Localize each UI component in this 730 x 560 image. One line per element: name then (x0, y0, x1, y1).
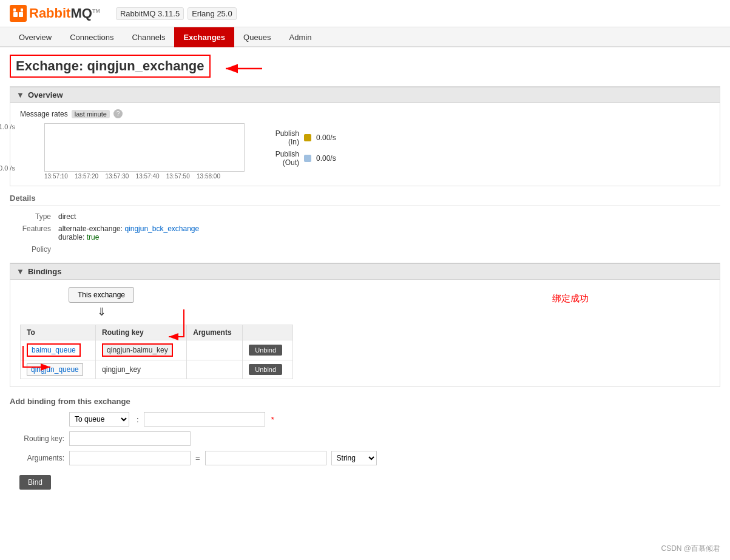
alt-exchange-link[interactable]: qingjun_bck_exchange (124, 224, 199, 233)
rabbitmq-version-badge: RabbitMQ 3.11.5 (116, 7, 184, 20)
arguments-value-input[interactable] (205, 451, 326, 465)
queue-link-qingjun[interactable]: qingjun_queue (27, 363, 83, 376)
bindings-table-body: baimu_queue qingjun-baimu_key Unbind (21, 340, 293, 379)
binding-arguments-0 (187, 340, 243, 360)
bindings-annotation-row: This exchange ⇓ 绑定成功 (20, 287, 710, 319)
features-value: alternate-exchange: qingjun_bck_exchange… (58, 223, 720, 243)
binding-routing-key-1: qingjun_key (96, 360, 187, 379)
binding-action-0: Unbind (243, 340, 293, 360)
to-queue-input[interactable] (144, 412, 265, 427)
details-section: Details Type direct Features alternate-e… (10, 194, 720, 255)
chart-x-2: 13:57:30 (105, 173, 129, 180)
nav-exchanges[interactable]: Exchanges (174, 27, 234, 47)
annotation-success: 绑定成功 (552, 293, 589, 305)
required-star: * (271, 415, 274, 424)
binding-arguments-1 (187, 360, 243, 379)
chart-wrapper: 1.0 /s 0.0 /s 13:57:10 13:57:20 13:57:30… (20, 123, 245, 180)
this-exchange-box: This exchange ⇓ (69, 287, 134, 319)
form-row-arguments: Arguments: = String Number Boolean (10, 451, 720, 465)
details-header: Details (10, 194, 720, 206)
chart-y-max: 1.0 /s (0, 123, 15, 130)
publish-in-value: 0.00/s (316, 133, 336, 142)
routing-key-highlight-0: qingjun-baimu_key (102, 343, 173, 357)
bindings-table-head: To Routing key Arguments (21, 325, 293, 340)
features-row: Features alternate-exchange: qingjun_bck… (10, 223, 720, 243)
bindings-table: To Routing key Arguments baimu_queue (20, 325, 293, 379)
exchange-title: Exchange: qingjun_exchange (10, 55, 211, 78)
double-arrow-down: ⇓ (97, 305, 106, 319)
chart-container: 1.0 /s 0.0 /s 13:57:10 13:57:20 13:57:30… (20, 123, 710, 180)
publish-out-value: 0.00/s (316, 154, 336, 163)
nav-connections[interactable]: Connections (61, 27, 123, 47)
type-label: Type (10, 211, 58, 223)
policy-row: Policy (10, 243, 720, 255)
publish-in-row: Publish(In) 0.00/s (257, 129, 336, 146)
page-content: Exchange: qingjun_exchange ▼ Overview Me… (0, 47, 730, 497)
overview-section-header[interactable]: ▼ Overview (10, 87, 720, 103)
arguments-type-select[interactable]: String Number Boolean (331, 451, 377, 465)
overview-content: Message rates last minute ? 1.0 /s 0.0 /… (10, 103, 720, 186)
nav-overview[interactable]: Overview (10, 27, 61, 47)
arguments-key-input[interactable] (69, 451, 191, 465)
bindings-triangle: ▼ (16, 267, 24, 276)
svg-rect-3 (21, 8, 23, 12)
type-row: Type direct (10, 211, 720, 223)
overview-label: Overview (28, 90, 63, 100)
unbind-button-1[interactable]: Unbind (249, 364, 282, 375)
routing-key-label: Routing key: (10, 434, 64, 443)
chart-x-5: 13:58:00 (197, 173, 220, 180)
bindings-table-header-row: To Routing key Arguments (21, 325, 293, 340)
col-routing-key: Routing key (96, 325, 187, 340)
logo-icon (10, 5, 27, 22)
help-icon[interactable]: ? (113, 109, 123, 118)
nav-admin[interactable]: Admin (280, 27, 321, 47)
durable-value[interactable]: true (87, 233, 100, 241)
chart-x-labels: 13:57:10 13:57:20 13:57:30 13:57:40 13:5… (20, 173, 220, 180)
bindings-section-header[interactable]: ▼ Bindings (10, 263, 720, 280)
col-arguments: Arguments (187, 325, 243, 340)
chart-x-1: 13:57:20 (75, 173, 98, 180)
bindings-section: ▼ Bindings This exchange ⇓ 绑定成功 (10, 263, 720, 387)
routing-key-input[interactable] (69, 431, 191, 446)
chart-y-wrapper: 1.0 /s 0.0 /s (20, 123, 245, 172)
publish-stats: Publish(In) 0.00/s Publish(Out) 0.00/s (257, 129, 336, 167)
chart-x-3: 13:57:40 (136, 173, 160, 180)
nav-queues[interactable]: Queues (234, 27, 280, 47)
rabbitmq-logo-svg (12, 7, 24, 19)
svg-rect-0 (13, 12, 18, 17)
form-row-routing-key: Routing key: (10, 431, 720, 446)
logo-tm: TM (92, 8, 100, 14)
table-row: baimu_queue qingjun-baimu_key Unbind (21, 340, 293, 360)
chart-y-min: 0.0 /s (0, 164, 15, 172)
arguments-label: Arguments: (10, 454, 64, 462)
bindings-content: This exchange ⇓ 绑定成功 (10, 280, 720, 386)
policy-label: Policy (10, 243, 58, 255)
to-queue-select[interactable]: To queue To exchange (69, 412, 129, 427)
chart-y-labels: 1.0 /s 0.0 /s (0, 123, 15, 172)
binding-to-0: baimu_queue (21, 340, 96, 360)
nav-channels[interactable]: Channels (123, 27, 174, 47)
logo: RabbitMQTM (10, 5, 100, 22)
chart-x-0: 13:57:10 (44, 173, 68, 180)
unbind-button-0[interactable]: Unbind (249, 345, 282, 356)
main-nav: Overview Connections Channels Exchanges … (0, 27, 730, 47)
publish-in-label: Publish(In) (257, 129, 299, 146)
message-rates-label: Message rates last minute ? (20, 109, 710, 118)
publish-out-label: Publish(Out) (257, 150, 299, 167)
binding-to-1: qingjun_queue (21, 360, 96, 379)
features-label: Features (10, 223, 58, 243)
binding-action-1: Unbind (243, 360, 293, 379)
chart-area (44, 123, 245, 172)
chart-x-4: 13:57:50 (166, 173, 190, 180)
erlang-version-badge: Erlang 25.0 (188, 7, 237, 20)
bind-button[interactable]: Bind (19, 475, 51, 490)
type-value: direct (58, 211, 720, 223)
arrow-annotation (217, 56, 265, 81)
red-arrow-svg (217, 56, 265, 81)
col-to: To (21, 325, 96, 340)
durable-label: durable: (58, 233, 84, 241)
queue-link-baimu[interactable]: baimu_queue (27, 343, 81, 357)
equals-sign: = (195, 454, 200, 463)
this-exchange-button[interactable]: This exchange (69, 287, 134, 303)
alt-exchange-label: alternate-exchange: (58, 224, 123, 233)
